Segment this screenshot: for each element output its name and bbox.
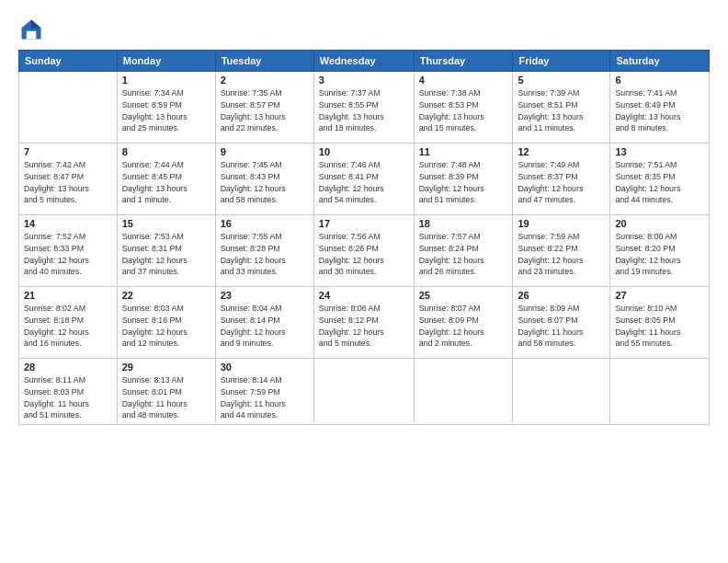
day-info: Sunrise: 8:07 AM Sunset: 8:09 PM Dayligh… bbox=[419, 303, 508, 350]
day-info: Sunrise: 8:02 AM Sunset: 8:18 PM Dayligh… bbox=[24, 303, 112, 350]
day-number: 1 bbox=[122, 75, 210, 86]
day-info: Sunrise: 7:55 AM Sunset: 8:28 PM Dayligh… bbox=[221, 231, 309, 278]
calendar-cell bbox=[313, 359, 414, 425]
weekday-tuesday: Tuesday bbox=[215, 51, 313, 72]
calendar-cell: 11Sunrise: 7:48 AM Sunset: 8:39 PM Dayli… bbox=[414, 144, 513, 215]
weekday-wednesday: Wednesday bbox=[313, 51, 414, 72]
day-number: 18 bbox=[419, 218, 508, 229]
day-number: 9 bbox=[221, 146, 309, 157]
calendar-cell: 29Sunrise: 8:13 AM Sunset: 8:01 PM Dayli… bbox=[117, 359, 215, 425]
calendar-cell: 27Sunrise: 8:10 AM Sunset: 8:05 PM Dayli… bbox=[610, 287, 710, 359]
calendar-cell: 18Sunrise: 7:57 AM Sunset: 8:24 PM Dayli… bbox=[414, 215, 513, 287]
day-info: Sunrise: 7:48 AM Sunset: 8:39 PM Dayligh… bbox=[419, 159, 508, 206]
calendar-cell: 5Sunrise: 7:39 AM Sunset: 8:51 PM Daylig… bbox=[513, 72, 610, 144]
day-info: Sunrise: 7:42 AM Sunset: 8:47 PM Dayligh… bbox=[24, 159, 112, 206]
day-info: Sunrise: 8:14 AM Sunset: 7:59 PM Dayligh… bbox=[221, 374, 309, 421]
calendar-cell: 14Sunrise: 7:52 AM Sunset: 8:33 PM Dayli… bbox=[19, 215, 118, 287]
calendar-cell: 26Sunrise: 8:09 AM Sunset: 8:07 PM Dayli… bbox=[513, 287, 610, 359]
calendar-cell bbox=[513, 359, 610, 425]
calendar-cell: 24Sunrise: 8:06 AM Sunset: 8:12 PM Dayli… bbox=[313, 287, 414, 359]
calendar-cell: 28Sunrise: 8:11 AM Sunset: 8:03 PM Dayli… bbox=[19, 359, 118, 425]
calendar-cell bbox=[19, 72, 118, 144]
header bbox=[18, 17, 710, 42]
logo bbox=[18, 17, 48, 42]
day-number: 19 bbox=[518, 218, 605, 229]
day-info: Sunrise: 8:04 AM Sunset: 8:14 PM Dayligh… bbox=[221, 303, 309, 350]
day-number: 23 bbox=[221, 290, 309, 301]
day-info: Sunrise: 8:00 AM Sunset: 8:20 PM Dayligh… bbox=[615, 231, 704, 278]
calendar-cell: 8Sunrise: 7:44 AM Sunset: 8:45 PM Daylig… bbox=[117, 144, 215, 215]
day-info: Sunrise: 7:51 AM Sunset: 8:35 PM Dayligh… bbox=[615, 159, 704, 206]
day-info: Sunrise: 7:37 AM Sunset: 8:55 PM Dayligh… bbox=[319, 87, 409, 134]
day-number: 28 bbox=[24, 362, 112, 373]
day-number: 17 bbox=[319, 218, 409, 229]
day-number: 11 bbox=[419, 146, 508, 157]
day-number: 13 bbox=[615, 146, 704, 157]
day-info: Sunrise: 8:10 AM Sunset: 8:05 PM Dayligh… bbox=[615, 303, 704, 350]
day-number: 21 bbox=[24, 290, 112, 301]
day-number: 3 bbox=[319, 75, 409, 86]
day-info: Sunrise: 7:39 AM Sunset: 8:51 PM Dayligh… bbox=[518, 87, 605, 134]
day-info: Sunrise: 7:34 AM Sunset: 8:59 PM Dayligh… bbox=[122, 87, 210, 134]
day-number: 30 bbox=[221, 362, 309, 373]
calendar-cell: 17Sunrise: 7:56 AM Sunset: 8:26 PM Dayli… bbox=[313, 215, 414, 287]
day-number: 7 bbox=[24, 146, 112, 157]
day-info: Sunrise: 7:35 AM Sunset: 8:57 PM Dayligh… bbox=[221, 87, 309, 134]
weekday-friday: Friday bbox=[513, 51, 610, 72]
calendar-cell: 23Sunrise: 8:04 AM Sunset: 8:14 PM Dayli… bbox=[215, 287, 313, 359]
calendar-cell: 20Sunrise: 8:00 AM Sunset: 8:20 PM Dayli… bbox=[610, 215, 710, 287]
day-info: Sunrise: 7:38 AM Sunset: 8:53 PM Dayligh… bbox=[419, 87, 508, 134]
calendar-cell: 2Sunrise: 7:35 AM Sunset: 8:57 PM Daylig… bbox=[215, 72, 313, 144]
calendar-cell: 4Sunrise: 7:38 AM Sunset: 8:53 PM Daylig… bbox=[414, 72, 513, 144]
calendar-cell: 6Sunrise: 7:41 AM Sunset: 8:49 PM Daylig… bbox=[610, 72, 710, 144]
day-info: Sunrise: 7:57 AM Sunset: 8:24 PM Dayligh… bbox=[419, 231, 508, 278]
weekday-thursday: Thursday bbox=[414, 51, 513, 72]
calendar-cell: 13Sunrise: 7:51 AM Sunset: 8:35 PM Dayli… bbox=[610, 144, 710, 215]
day-info: Sunrise: 8:06 AM Sunset: 8:12 PM Dayligh… bbox=[319, 303, 409, 350]
day-number: 29 bbox=[122, 362, 210, 373]
calendar-cell: 30Sunrise: 8:14 AM Sunset: 7:59 PM Dayli… bbox=[215, 359, 313, 425]
day-number: 5 bbox=[518, 75, 605, 86]
calendar-cell: 9Sunrise: 7:45 AM Sunset: 8:43 PM Daylig… bbox=[215, 144, 313, 215]
day-number: 24 bbox=[319, 290, 409, 301]
day-number: 4 bbox=[419, 75, 508, 86]
day-number: 22 bbox=[122, 290, 210, 301]
day-number: 25 bbox=[419, 290, 508, 301]
calendar-cell bbox=[610, 359, 710, 425]
calendar-cell: 22Sunrise: 8:03 AM Sunset: 8:16 PM Dayli… bbox=[117, 287, 215, 359]
logo-icon bbox=[18, 17, 44, 42]
day-number: 14 bbox=[24, 218, 112, 229]
calendar-cell: 15Sunrise: 7:53 AM Sunset: 8:31 PM Dayli… bbox=[117, 215, 215, 287]
calendar-cell: 10Sunrise: 7:46 AM Sunset: 8:41 PM Dayli… bbox=[313, 144, 414, 215]
day-number: 20 bbox=[615, 218, 704, 229]
svg-marker-1 bbox=[31, 20, 41, 29]
svg-rect-2 bbox=[27, 31, 37, 40]
day-number: 10 bbox=[319, 146, 409, 157]
weekday-monday: Monday bbox=[117, 51, 215, 72]
day-info: Sunrise: 7:49 AM Sunset: 8:37 PM Dayligh… bbox=[518, 159, 605, 206]
day-info: Sunrise: 7:53 AM Sunset: 8:31 PM Dayligh… bbox=[122, 231, 210, 278]
day-number: 2 bbox=[221, 75, 309, 86]
day-number: 6 bbox=[615, 75, 704, 86]
calendar-cell: 1Sunrise: 7:34 AM Sunset: 8:59 PM Daylig… bbox=[117, 72, 215, 144]
day-info: Sunrise: 8:03 AM Sunset: 8:16 PM Dayligh… bbox=[122, 303, 210, 350]
day-number: 16 bbox=[221, 218, 309, 229]
calendar: SundayMondayTuesdayWednesdayThursdayFrid… bbox=[18, 50, 710, 425]
day-info: Sunrise: 8:11 AM Sunset: 8:03 PM Dayligh… bbox=[24, 374, 112, 421]
calendar-cell: 16Sunrise: 7:55 AM Sunset: 8:28 PM Dayli… bbox=[215, 215, 313, 287]
day-number: 8 bbox=[122, 146, 210, 157]
weekday-sunday: Sunday bbox=[19, 51, 118, 72]
day-info: Sunrise: 7:45 AM Sunset: 8:43 PM Dayligh… bbox=[221, 159, 309, 206]
day-number: 15 bbox=[122, 218, 210, 229]
calendar-cell: 21Sunrise: 8:02 AM Sunset: 8:18 PM Dayli… bbox=[19, 287, 118, 359]
calendar-cell: 25Sunrise: 8:07 AM Sunset: 8:09 PM Dayli… bbox=[414, 287, 513, 359]
day-info: Sunrise: 7:46 AM Sunset: 8:41 PM Dayligh… bbox=[319, 159, 409, 206]
day-info: Sunrise: 7:44 AM Sunset: 8:45 PM Dayligh… bbox=[122, 159, 210, 206]
day-info: Sunrise: 8:09 AM Sunset: 8:07 PM Dayligh… bbox=[518, 303, 605, 350]
day-info: Sunrise: 7:52 AM Sunset: 8:33 PM Dayligh… bbox=[24, 231, 112, 278]
day-number: 27 bbox=[615, 290, 704, 301]
day-info: Sunrise: 7:59 AM Sunset: 8:22 PM Dayligh… bbox=[518, 231, 605, 278]
calendar-cell: 12Sunrise: 7:49 AM Sunset: 8:37 PM Dayli… bbox=[513, 144, 610, 215]
day-info: Sunrise: 8:13 AM Sunset: 8:01 PM Dayligh… bbox=[122, 374, 210, 421]
calendar-cell: 7Sunrise: 7:42 AM Sunset: 8:47 PM Daylig… bbox=[19, 144, 118, 215]
